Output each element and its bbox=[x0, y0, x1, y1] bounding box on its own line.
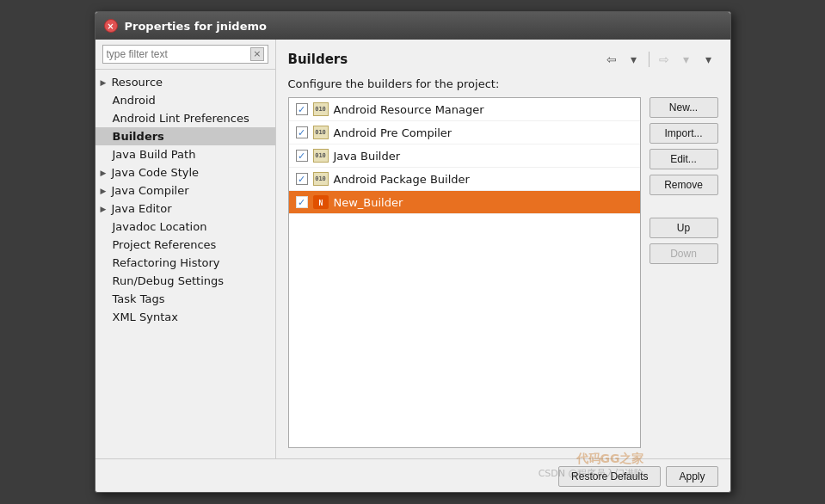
expand-arrow-java-code-style: ▶ bbox=[101, 169, 107, 177]
filter-input[interactable] bbox=[107, 48, 251, 60]
sidebar-item-java-build-path[interactable]: Java Build Path bbox=[95, 145, 275, 163]
sidebar-item-android[interactable]: Android bbox=[95, 91, 275, 109]
filter-box: × bbox=[95, 40, 275, 70]
sidebar-item-resource-label: Resource bbox=[111, 76, 163, 89]
builder-checkbox-android-package-builder[interactable] bbox=[296, 173, 308, 185]
builder-checkbox-android-resource-manager[interactable] bbox=[296, 103, 308, 115]
import-button[interactable]: Import... bbox=[650, 123, 718, 144]
window-title: Properties for jnidemo bbox=[125, 20, 267, 33]
builder-item-android-resource-manager[interactable]: 010 Android Resource Manager bbox=[289, 98, 640, 121]
right-panel: Builders ⇦ ▾ ⇨ ▾ ▾ Configure the builder… bbox=[276, 40, 730, 458]
sidebar-item-project-references-label: Project References bbox=[113, 238, 217, 251]
right-panel-title: Builders bbox=[288, 52, 348, 67]
watermark-line2: CSDN @程序员入门进阶 bbox=[539, 467, 644, 480]
filter-clear-button[interactable]: × bbox=[250, 47, 263, 61]
builder-checkbox-java-builder[interactable] bbox=[296, 150, 308, 162]
filter-input-wrap: × bbox=[102, 45, 268, 64]
sidebar-item-xml-syntax-label: XML Syntax bbox=[113, 310, 178, 323]
builder-checkbox-new-builder[interactable] bbox=[296, 196, 308, 208]
builder-label-android-pre-compiler: Android Pre Compiler bbox=[334, 126, 453, 139]
builders-area: 010 Android Resource Manager 010 Android… bbox=[288, 97, 718, 448]
sidebar-item-resource[interactable]: ▶ Resource bbox=[95, 73, 275, 91]
up-button[interactable]: Up bbox=[650, 218, 718, 238]
expand-arrow-java-editor: ▶ bbox=[101, 205, 107, 213]
builder-icon-java-builder: 010 bbox=[313, 149, 329, 163]
sidebar-item-java-code-style-label: Java Code Style bbox=[111, 166, 199, 179]
button-spacer bbox=[650, 200, 718, 212]
sidebar-item-java-compiler[interactable]: ▶ Java Compiler bbox=[95, 181, 275, 200]
back-toolbar-button[interactable]: ⇦ bbox=[602, 50, 621, 69]
builder-item-java-builder[interactable]: 010 Java Builder bbox=[289, 144, 640, 168]
close-button[interactable]: × bbox=[104, 19, 118, 33]
toolbar-divider bbox=[649, 52, 650, 67]
sidebar-item-xml-syntax[interactable]: XML Syntax bbox=[95, 308, 275, 326]
sidebar-item-java-editor-label: Java Editor bbox=[111, 202, 171, 215]
builder-item-android-pre-compiler[interactable]: 010 Android Pre Compiler bbox=[289, 121, 640, 144]
sidebar-item-refactoring-history[interactable]: Refactoring History bbox=[95, 254, 275, 272]
builder-checkbox-android-pre-compiler[interactable] bbox=[296, 126, 308, 138]
builder-label-java-builder: Java Builder bbox=[334, 150, 401, 163]
down-button[interactable]: Down bbox=[650, 243, 718, 264]
sidebar-item-java-code-style[interactable]: ▶ Java Code Style bbox=[95, 163, 275, 181]
builder-label-new-builder: New_Builder bbox=[334, 196, 403, 209]
menu-toolbar-button[interactable]: ▾ bbox=[699, 50, 718, 69]
expand-arrow-resource: ▶ bbox=[101, 78, 107, 87]
builder-item-new-builder[interactable]: N New_Builder bbox=[289, 191, 640, 214]
sidebar-item-task-tags[interactable]: Task Tags bbox=[95, 290, 275, 308]
sidebar-item-javadoc-location[interactable]: Javadoc Location bbox=[95, 218, 275, 236]
apply-button[interactable]: Apply bbox=[666, 466, 717, 487]
builder-icon-android-pre-compiler: 010 bbox=[313, 126, 329, 139]
back-down-toolbar-button[interactable]: ▾ bbox=[625, 50, 643, 69]
left-panel: × ▶ Resource Android Android Lint Prefer… bbox=[95, 40, 276, 458]
builder-label-android-resource-manager: Android Resource Manager bbox=[334, 103, 484, 116]
builder-item-android-package-builder[interactable]: 010 Android Package Builder bbox=[289, 168, 640, 191]
remove-button[interactable]: Remove bbox=[650, 175, 718, 195]
watermark: 代码GG之家 CSDN @程序员入门进阶 bbox=[539, 452, 644, 480]
sidebar-item-run-debug-settings-label: Run/Debug Settings bbox=[113, 274, 225, 287]
sidebar-item-android-label: Android bbox=[113, 94, 156, 107]
right-header: Builders ⇦ ▾ ⇨ ▾ ▾ bbox=[288, 50, 718, 69]
watermark-line1: 代码GG之家 bbox=[539, 452, 644, 467]
sidebar-item-builders-label: Builders bbox=[113, 130, 164, 143]
builder-label-android-package-builder: Android Package Builder bbox=[334, 173, 470, 186]
sidebar-item-android-lint-label: Android Lint Preferences bbox=[113, 112, 249, 125]
forward-down-toolbar-button[interactable]: ▾ bbox=[677, 50, 696, 69]
sidebar-item-javadoc-location-label: Javadoc Location bbox=[113, 220, 207, 233]
expand-arrow-java-compiler: ▶ bbox=[101, 187, 107, 195]
builder-icon-android-package-builder: 010 bbox=[313, 172, 329, 186]
sidebar-item-java-compiler-label: Java Compiler bbox=[111, 184, 188, 197]
toolbar-icons: ⇦ ▾ ⇨ ▾ ▾ bbox=[602, 50, 718, 69]
builder-icon-android-resource-manager: 010 bbox=[313, 102, 329, 116]
configure-text: Configure the builders for the project: bbox=[288, 77, 718, 90]
action-buttons: New... Import... Edit... Remove Up Down bbox=[650, 97, 718, 448]
title-bar: × Properties for jnidemo bbox=[95, 12, 730, 40]
sidebar-item-run-debug-settings[interactable]: Run/Debug Settings bbox=[95, 272, 275, 290]
builders-list: 010 Android Resource Manager 010 Android… bbox=[288, 97, 641, 448]
edit-button[interactable]: Edit... bbox=[650, 149, 718, 169]
sidebar-item-refactoring-history-label: Refactoring History bbox=[113, 256, 220, 269]
dialog-window: × Properties for jnidemo × ▶ Resource An… bbox=[95, 11, 731, 493]
svg-text:N: N bbox=[318, 200, 323, 207]
nav-list: ▶ Resource Android Android Lint Preferen… bbox=[95, 70, 275, 458]
sidebar-item-android-lint[interactable]: Android Lint Preferences bbox=[95, 109, 275, 127]
builder-icon-new-builder: N bbox=[313, 195, 329, 209]
sidebar-item-java-editor[interactable]: ▶ Java Editor bbox=[95, 200, 275, 218]
sidebar-item-project-references[interactable]: Project References bbox=[95, 236, 275, 254]
bottom-bar: 代码GG之家 CSDN @程序员入门进阶 Restore Defaults Ap… bbox=[95, 458, 730, 492]
sidebar-item-builders[interactable]: Builders bbox=[95, 127, 275, 145]
dialog-body: × ▶ Resource Android Android Lint Prefer… bbox=[95, 40, 730, 458]
forward-toolbar-button[interactable]: ⇨ bbox=[655, 50, 674, 69]
sidebar-item-java-build-path-label: Java Build Path bbox=[113, 148, 196, 161]
new-button[interactable]: New... bbox=[650, 97, 718, 118]
sidebar-item-task-tags-label: Task Tags bbox=[113, 292, 165, 305]
